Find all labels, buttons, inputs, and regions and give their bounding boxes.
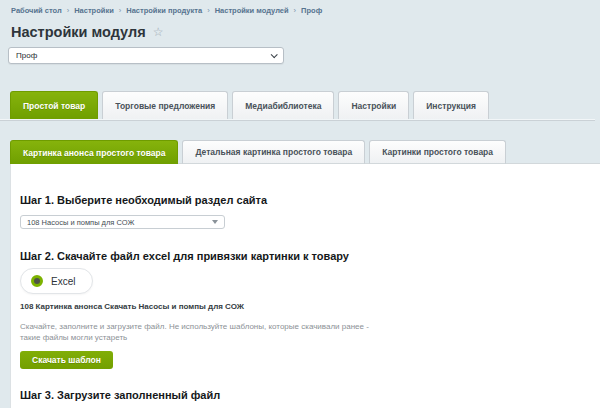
tab-trade-offers[interactable]: Торговые предложения bbox=[102, 91, 228, 119]
breadcrumb-item-settings[interactable]: Настройки bbox=[74, 6, 114, 15]
tab-media-library[interactable]: Медиабиблиотека bbox=[232, 91, 334, 119]
tab-instruction[interactable]: Инструкция bbox=[413, 91, 489, 119]
step2-heading: Шаг 2. Скачайте файл excel для привязки … bbox=[20, 250, 600, 262]
breadcrumb-separator-icon: › bbox=[119, 6, 122, 15]
subtab-preview-picture[interactable]: Картинка анонса простого товара bbox=[10, 140, 178, 164]
subtab-detail-picture[interactable]: Детальная картинка простого товара bbox=[182, 140, 365, 164]
main-tabs: Простой товар Торговые предложения Медиа… bbox=[10, 91, 600, 119]
tabs-separator bbox=[0, 119, 595, 121]
chevron-down-icon bbox=[271, 51, 278, 58]
breadcrumb-separator-icon: › bbox=[294, 6, 297, 15]
page-header: Настройки модуля ☆ bbox=[11, 24, 600, 40]
breadcrumb-separator-icon: › bbox=[67, 6, 70, 15]
tab-settings[interactable]: Настройки bbox=[338, 91, 409, 119]
breadcrumb-item-prof[interactable]: Проф bbox=[301, 6, 322, 15]
profile-select-value: Проф bbox=[16, 51, 37, 60]
download-template-button[interactable]: Скачать шаблон bbox=[20, 351, 113, 369]
site-section-select[interactable]: 108 Насосы и помпы для СОЖ bbox=[20, 215, 225, 229]
step3-heading: Шаг 3. Загрузите заполненный файл bbox=[20, 389, 600, 401]
breadcrumb-separator-icon: › bbox=[207, 6, 210, 15]
page-title: Настройки модуля bbox=[11, 24, 146, 40]
excel-format-label: Excel bbox=[51, 276, 75, 287]
chevron-down-icon bbox=[212, 220, 218, 224]
breadcrumb-item-product-settings[interactable]: Настройки продукта bbox=[126, 6, 202, 15]
content-panel: Шаг 1. Выберите необходимый раздел сайта… bbox=[10, 163, 600, 408]
tab-simple-product[interactable]: Простой товар bbox=[10, 91, 98, 119]
radio-selected-icon[interactable] bbox=[31, 275, 43, 287]
step1-heading: Шаг 1. Выберите необходимый раздел сайта bbox=[20, 164, 600, 206]
download-note-text: Скачайте, заполните и загрузите файл. Не… bbox=[20, 322, 372, 343]
breadcrumb-item-module-settings[interactable]: Настройки модулей bbox=[215, 6, 289, 15]
site-section-select-value: 108 Насосы и помпы для СОЖ bbox=[27, 218, 134, 227]
subtab-product-pictures[interactable]: Картинки простого товара bbox=[369, 140, 506, 164]
star-outline-icon[interactable]: ☆ bbox=[153, 26, 164, 38]
excel-format-option[interactable]: Excel bbox=[20, 268, 93, 294]
sub-tabs: Картинка анонса простого товара Детальна… bbox=[10, 140, 600, 164]
breadcrumb-item-desktop[interactable]: Рабочий стол bbox=[11, 6, 62, 15]
breadcrumb: Рабочий стол › Настройки › Настройки про… bbox=[0, 0, 600, 15]
module-settings-page: Рабочий стол › Настройки › Настройки про… bbox=[0, 0, 600, 408]
profile-select[interactable]: Проф bbox=[8, 47, 284, 64]
template-info-text: 108 Картинка анонса Скачать Насосы и пом… bbox=[20, 302, 600, 311]
